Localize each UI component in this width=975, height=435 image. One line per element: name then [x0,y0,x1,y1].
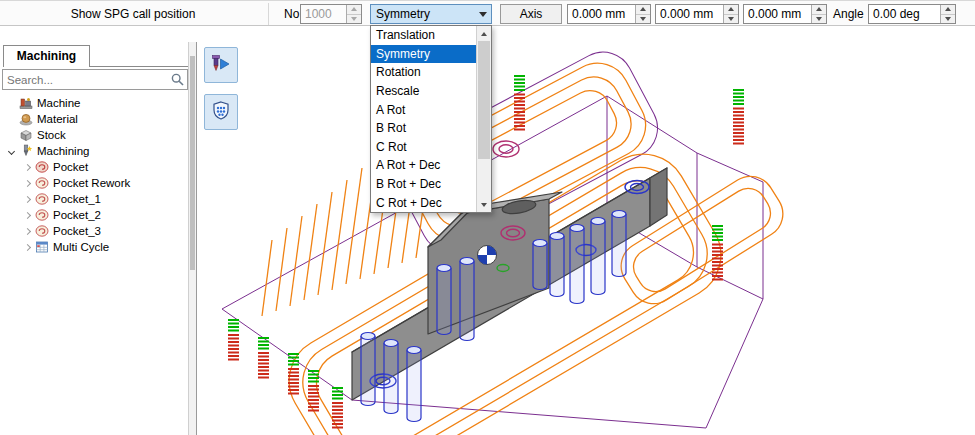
machine-icon [18,96,33,110]
tree-label: Stock [37,129,66,141]
tree-item-stock[interactable]: Stock [0,127,187,143]
dropdown-item-translation[interactable]: Translation [371,26,476,45]
stock-icon [18,128,33,142]
sidebar-scrollbar[interactable] [188,42,196,435]
axis-button[interactable]: Axis [500,4,562,24]
dy-spinner[interactable] [723,5,738,23]
toolbar-separator [268,3,269,25]
scrollbar-thumb[interactable] [478,41,490,159]
tree-item-pocket-rework[interactable]: Pocket Rework [0,175,187,191]
dropdown-item-b-rot-dec[interactable]: B Rot + Dec [371,175,476,194]
dropdown-item-a-rot-dec[interactable]: A Rot + Dec [371,156,476,175]
show-spg-call-position-button[interactable]: Show SPG call position [0,4,266,24]
arrow-down-icon[interactable] [636,14,650,24]
search-input[interactable] [3,74,167,86]
tab-machining[interactable]: Machining [3,45,90,67]
dropdown-item-rescale[interactable]: Rescale [371,82,476,101]
dz-value[interactable]: 0.000 mm [744,5,811,23]
tree-label: Machine [37,97,80,109]
angle-value[interactable]: 0.00 deg [869,5,940,23]
transform-type-value: Symmetry [371,5,474,23]
dropdown-item-c-rot[interactable]: C Rot [371,138,476,157]
chevron-collapsed-icon[interactable] [20,245,34,250]
scroll-up-icon[interactable] [477,26,491,41]
arrow-down-icon[interactable] [812,14,826,24]
transform-type-select[interactable]: Symmetry [370,4,492,24]
arrow-down-icon[interactable] [724,14,738,24]
pocket-icon [34,208,49,222]
tree-item-pocket[interactable]: Pocket [0,159,187,175]
pocket-icon [34,176,49,190]
tree-label: Machining [37,145,89,157]
tree-item-machine[interactable]: Machine [0,95,187,111]
origin-marker [478,246,497,265]
chevron-down-icon[interactable] [474,12,491,17]
machining-tree: Machine Material Stock [0,95,187,255]
angle-label: Angle [833,4,864,24]
chevron-collapsed-icon[interactable] [20,181,34,186]
dz-spinner[interactable] [811,5,826,23]
tree-item-machining[interactable]: Machining [0,143,187,159]
arrow-down-icon [347,14,361,24]
scrollbar-track[interactable] [477,41,491,197]
arrow-up-icon[interactable] [724,5,738,14]
dy-input[interactable]: 0.000 mm [655,4,739,24]
chevron-collapsed-icon[interactable] [20,165,34,170]
spg-run-icon [210,53,232,78]
shield-dots-icon [210,100,232,125]
tab-strip [90,66,188,67]
machining-icon [18,144,33,158]
dropdown-item-a-rot[interactable]: A Rot [371,100,476,119]
tree-item-pocket-1[interactable]: Pocket_1 [0,191,187,207]
dropdown-item-list: Translation Symmetry Rotation Rescale A … [371,26,476,212]
chevron-expanded-icon[interactable] [4,149,18,154]
tree-label: Material [37,113,78,125]
arrow-up-icon[interactable] [941,5,955,14]
arrow-down-icon[interactable] [941,14,955,24]
chevron-collapsed-icon[interactable] [20,213,34,218]
chevron-collapsed-icon[interactable] [20,197,34,202]
search-box[interactable] [2,69,188,90]
dropdown-item-c-rot-dec[interactable]: C Rot + Dec [371,193,476,212]
tree-item-multi-cycle[interactable]: Multi Cycle [0,239,187,255]
spg-number-value: 1000 [301,5,346,23]
dx-spinner[interactable] [635,5,650,23]
tree-label: Pocket Rework [53,177,130,189]
search-icon[interactable] [167,73,187,86]
material-icon [18,112,33,126]
arrow-up-icon[interactable] [636,5,650,14]
protection-button[interactable] [204,94,238,130]
arrow-up-icon [347,5,361,14]
machining-sidebar: Machining Machine [0,42,197,435]
pocket-icon [34,192,49,206]
dy-value[interactable]: 0.000 mm [656,5,723,23]
sidebar-scrollbar-thumb[interactable] [190,56,195,270]
spg-number-spinner [346,5,361,23]
dz-input[interactable]: 0.000 mm [743,4,827,24]
tree-label: Pocket_3 [53,225,101,237]
tree-item-pocket-3[interactable]: Pocket_3 [0,223,187,239]
tree-item-material[interactable]: Material [0,111,187,127]
arrow-up-icon[interactable] [812,5,826,14]
angle-input[interactable]: 0.00 deg [868,4,956,24]
3d-viewport[interactable] [197,26,975,435]
tree-label: Pocket_1 [53,193,101,205]
pocket-icon [34,160,49,174]
transform-type-dropdown: Translation Symmetry Rotation Rescale A … [370,25,492,213]
angle-spinner[interactable] [940,5,955,23]
tree-label: Pocket [53,161,88,173]
tree-item-pocket-2[interactable]: Pocket_2 [0,207,187,223]
tree-label: Pocket_2 [53,209,101,221]
dropdown-item-symmetry[interactable]: Symmetry [371,45,476,64]
multicycle-icon [34,240,49,254]
tree-label: Multi Cycle [53,241,109,253]
dx-value[interactable]: 0.000 mm [568,5,635,23]
dx-input[interactable]: 0.000 mm [567,4,651,24]
spg-run-button[interactable] [204,47,238,83]
dropdown-scrollbar[interactable] [476,26,491,212]
chevron-collapsed-icon[interactable] [20,229,34,234]
spg-number-input: 1000 [300,4,362,24]
dropdown-item-b-rot[interactable]: B Rot [371,119,476,138]
scroll-down-icon[interactable] [477,197,491,212]
dropdown-item-rotation[interactable]: Rotation [371,63,476,82]
